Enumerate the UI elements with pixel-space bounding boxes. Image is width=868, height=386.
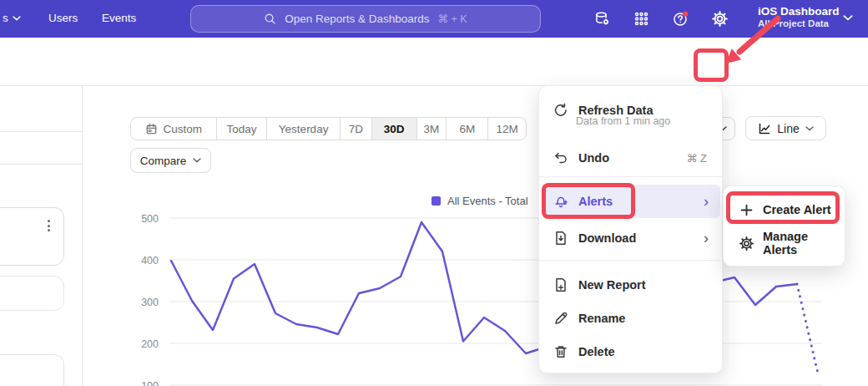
date-range-yesterday[interactable]: Yesterday <box>266 118 340 140</box>
card-kebab-menu-icon[interactable] <box>48 220 50 231</box>
chevron-down-icon <box>193 158 201 163</box>
panel-divider <box>0 131 83 132</box>
bell-plus-icon <box>553 194 568 209</box>
date-range-custom[interactable]: Custom <box>131 118 216 140</box>
menu-item-delete[interactable]: Delete <box>542 337 720 367</box>
chevron-down-icon <box>843 15 853 21</box>
date-range-6m[interactable]: 6M <box>446 118 487 140</box>
report-header <box>0 38 868 86</box>
search-shortcut: ⌘ + K <box>438 13 467 25</box>
nav-item-users[interactable]: Users <box>48 12 78 24</box>
menu-item-download[interactable]: Download › <box>542 223 720 253</box>
new-document-icon <box>553 277 568 292</box>
project-switcher[interactable]: iOS Dashboard All Project Data <box>758 4 840 29</box>
settings-gear-icon[interactable] <box>712 11 728 27</box>
builder-left-panel <box>0 86 83 386</box>
date-range-12m[interactable]: 12M <box>487 118 526 140</box>
panel-divider <box>0 164 83 165</box>
nav-item-events[interactable]: Events <box>102 12 136 24</box>
refresh-icon <box>553 103 568 118</box>
svg-text:400: 400 <box>141 255 159 267</box>
filter-card[interactable] <box>0 354 64 386</box>
line-chart-icon <box>758 122 771 135</box>
app-window: s Users Events Open Reports & Dashboards… <box>0 0 868 386</box>
compare-button[interactable]: Compare <box>130 148 211 173</box>
date-range-30d[interactable]: 30D <box>371 118 416 140</box>
nav-item-truncated[interactable]: s <box>3 12 21 24</box>
refresh-data-sublabel: Data from 1 min ago <box>576 115 670 127</box>
calendar-icon <box>145 123 158 135</box>
svg-text:300: 300 <box>141 297 159 308</box>
more-options-menu: Refresh Data Undo ⌘ Z Alerts › Download … <box>538 85 723 373</box>
search-icon <box>264 13 276 25</box>
date-range-today[interactable]: Today <box>216 118 267 140</box>
menu-divider <box>539 176 724 177</box>
date-range-selector: Custom Today Yesterday 7D 30D 3M 6M 12M <box>130 117 527 140</box>
top-navbar: s Users Events Open Reports & Dashboards… <box>0 0 868 38</box>
chevron-down-icon <box>13 16 21 21</box>
metric-card[interactable] <box>0 207 64 266</box>
alerts-submenu: Create Alert Manage Alerts <box>723 185 845 267</box>
chevron-right-icon: › <box>704 231 709 246</box>
search-placeholder: Open Reports & Dashboards <box>285 13 429 25</box>
menu-item-new-report[interactable]: New Report <box>542 270 720 300</box>
global-search-bar[interactable]: Open Reports & Dashboards ⌘ + K <box>190 5 541 33</box>
dashboard-name: iOS Dashboard <box>758 4 840 18</box>
apps-grid-icon[interactable] <box>633 11 649 27</box>
pencil-icon <box>553 311 568 326</box>
svg-text:500: 500 <box>141 213 159 225</box>
nav-icon-group <box>594 11 728 27</box>
help-icon[interactable] <box>673 11 689 27</box>
submenu-item-manage-alerts[interactable]: Manage Alerts <box>728 228 842 258</box>
download-icon <box>553 231 568 246</box>
submenu-item-create-alert[interactable]: Create Alert <box>728 195 842 225</box>
project-scope: All Project Data <box>758 18 840 29</box>
menu-divider <box>539 260 724 261</box>
menu-item-rename[interactable]: Rename <box>542 303 720 333</box>
undo-shortcut: ⌘ Z <box>686 152 707 165</box>
plus-icon <box>739 203 754 217</box>
add-metric-card[interactable] <box>0 276 64 311</box>
legend-label: All Events - Total <box>447 195 528 207</box>
date-range-3m[interactable]: 3M <box>416 118 447 140</box>
legend-item[interactable]: All Events - Total <box>431 195 528 207</box>
trash-icon <box>553 344 568 359</box>
chevron-down-icon <box>805 126 814 131</box>
chart-type-button[interactable]: Line <box>745 116 826 140</box>
chevron-right-icon: › <box>704 194 709 209</box>
legend-swatch <box>431 196 441 206</box>
data-management-icon[interactable] <box>594 11 610 27</box>
gear-icon <box>739 236 754 251</box>
svg-text:200: 200 <box>141 338 159 350</box>
date-range-7d[interactable]: 7D <box>340 118 371 140</box>
menu-item-alerts[interactable]: Alerts › <box>542 185 720 218</box>
menu-item-undo[interactable]: Undo ⌘ Z <box>542 143 720 173</box>
svg-text:100: 100 <box>141 380 159 386</box>
nav-item-truncated-label: s <box>3 12 8 24</box>
undo-icon <box>553 150 568 165</box>
